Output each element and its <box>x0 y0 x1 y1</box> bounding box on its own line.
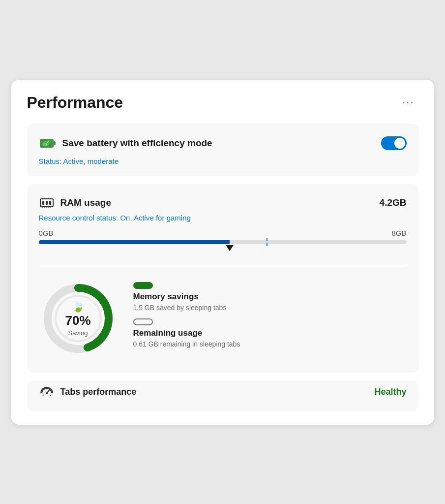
svg-point-24 <box>46 392 48 394</box>
slider-thumb <box>226 245 234 251</box>
tabs-performance-left: Tabs performance <box>39 384 137 400</box>
tabs-performance-card[interactable]: Tabs performance Healthy <box>27 380 418 411</box>
efficiency-mode-icon <box>39 134 57 152</box>
slider-track[interactable] <box>39 240 407 244</box>
panel-header: Performance ··· <box>27 94 418 112</box>
status-prefix: Status: <box>39 157 63 165</box>
donut-center: 🍃 70% Saving <box>65 300 90 337</box>
battery-status: Status: Active, moderate <box>39 157 407 165</box>
tabs-performance-status: Healthy <box>374 387 406 397</box>
svg-rect-7 <box>46 201 48 205</box>
remaining-usage-title: Remaining usage <box>133 328 407 338</box>
performance-panel: Performance ··· Save battery with effici… <box>11 80 434 425</box>
donut-leaf-icon: 🍃 <box>71 300 85 312</box>
svg-rect-8 <box>49 201 51 205</box>
battery-row: Save battery with efficiency mode <box>39 134 407 152</box>
slider-max-label: 8GB <box>391 229 406 237</box>
resource-value: On, Active for gaming <box>120 214 190 222</box>
svg-line-26 <box>50 395 51 396</box>
memory-savings-section: 🍃 70% Saving Memory savings 1.5 GB saved… <box>39 275 407 362</box>
svg-rect-6 <box>42 201 44 205</box>
speedometer-icon <box>39 384 55 400</box>
slider-labels: 0GB 8GB <box>39 229 407 237</box>
ram-value: 4.2GB <box>380 197 407 208</box>
ram-label: RAM usage <box>60 197 111 208</box>
ram-card: RAM usage 4.2GB Resource control status:… <box>27 184 418 373</box>
memory-info: Memory savings 1.5 GB saved by sleeping … <box>133 282 407 355</box>
ram-slider-container: 0GB 8GB <box>39 229 407 244</box>
ram-label-group: RAM usage <box>39 195 111 211</box>
tabs-performance-label: Tabs performance <box>60 387 137 397</box>
panel-title: Performance <box>27 94 123 112</box>
resource-prefix: Resource control status: <box>39 214 120 222</box>
section-divider <box>39 266 407 266</box>
battery-label: Save battery with efficiency mode <box>62 138 212 149</box>
slider-dashed-marker <box>267 238 267 246</box>
remaining-usage-indicator <box>133 318 153 325</box>
slider-min-label: 0GB <box>39 229 54 237</box>
more-button[interactable]: ··· <box>398 94 418 111</box>
status-value: Active, moderate <box>63 157 119 165</box>
ram-icon <box>39 195 55 211</box>
donut-saving-label: Saving <box>68 329 88 336</box>
donut-percent: 70% <box>65 313 90 328</box>
memory-savings-title: Memory savings <box>133 292 407 302</box>
slider-fill <box>39 240 230 244</box>
battery-card: Save battery with efficiency mode Status… <box>27 124 418 176</box>
efficiency-mode-toggle[interactable] <box>381 136 407 150</box>
svg-rect-1 <box>54 141 56 145</box>
svg-line-25 <box>43 395 44 396</box>
toggle-knob <box>394 138 405 149</box>
donut-chart: 🍃 70% Saving <box>39 279 118 358</box>
memory-savings-indicator <box>133 282 153 289</box>
battery-label-group: Save battery with efficiency mode <box>39 134 212 152</box>
remaining-usage-desc: 0.61 GB remaining in sleeping tabs <box>133 340 407 348</box>
ram-header: RAM usage 4.2GB <box>39 195 407 211</box>
memory-savings-desc: 1.5 GB saved by sleeping tabs <box>133 304 407 312</box>
resource-control-status: Resource control status: On, Active for … <box>39 214 407 222</box>
